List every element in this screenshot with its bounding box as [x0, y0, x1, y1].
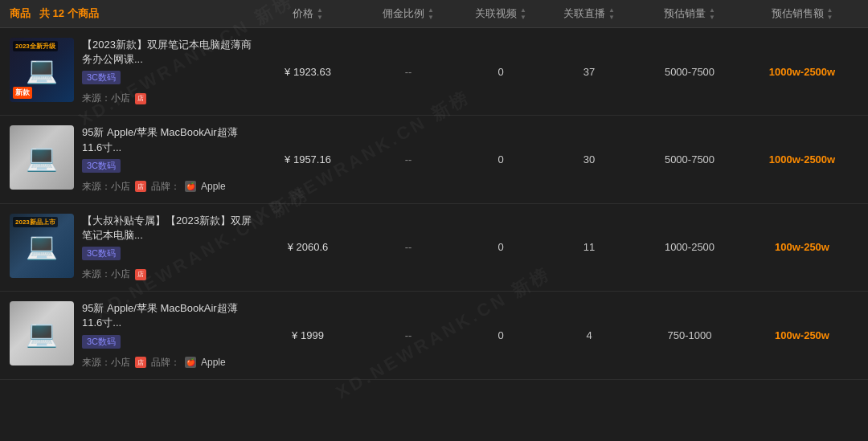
product-label: 商品 — [10, 7, 31, 19]
product-count-prefix: 共 — [39, 7, 50, 19]
shop-icon-1: 店 — [135, 93, 146, 104]
video-sort-icon[interactable] — [520, 7, 526, 21]
source-label-3: 来源：小店 — [82, 267, 130, 281]
video-cell-1: 0 — [457, 66, 545, 78]
sales-sort-icon[interactable] — [709, 7, 715, 21]
live-cell-1: 37 — [545, 66, 633, 78]
sales-cell-1: 5000-7500 — [633, 66, 746, 78]
brand-label-4: 品牌： — [151, 356, 180, 370]
sales-cell-4: 750-1000 — [633, 329, 746, 341]
product-details-3: 【大叔补贴专属】【2023新款】双屏笔记本电脑... 3C数码 来源：小店 店 — [82, 214, 256, 281]
video-cell-4: 0 — [457, 329, 545, 341]
category-tag-2[interactable]: 3C数码 — [82, 159, 121, 173]
source-label-1: 来源：小店 — [82, 92, 130, 105]
price-cell-2: ¥ 1957.16 — [256, 153, 360, 165]
commission-cell-3: -- — [360, 241, 457, 253]
product-details-4: 95新 Apple/苹果 MacBookAir超薄11.6寸... 3C数码 来… — [82, 301, 256, 369]
price-cell-3: ¥ 2060.6 — [256, 241, 360, 253]
row-cols-4: ¥ 1999 -- 0 4 750-1000 100w-250w — [256, 329, 858, 341]
product-count-suffix: 个商品 — [68, 7, 99, 19]
live-cell-2: 30 — [545, 153, 633, 165]
commission-cell-1: -- — [360, 66, 457, 78]
revenue-cell-3: 100w-250w — [746, 241, 858, 253]
product-details-1: 【2023新款】双屏笔记本电脑超薄商务办公网课... 3C数码 来源：小店 店 — [82, 38, 256, 105]
product-title-1: 【2023新款】双屏笔记本电脑超薄商务办公网课... — [82, 38, 256, 67]
video-cell-3: 0 — [457, 241, 545, 253]
commission-sort-icon[interactable] — [428, 7, 434, 21]
product-details-2: 95新 Apple/苹果 MacBookAir超薄11.6寸... 3C数码 来… — [82, 125, 256, 193]
revenue-cell-2: 1000w-2500w — [746, 153, 858, 165]
row-cols-1: ¥ 1923.63 -- 0 37 5000-7500 1000w-2500w — [256, 66, 858, 78]
apple-brand-icon-2: 🍎 — [185, 181, 196, 192]
shop-icon-4: 店 — [135, 357, 146, 368]
video-cell-2: 0 — [457, 153, 545, 165]
price-cell-1: ¥ 1923.63 — [256, 66, 360, 78]
revenue-cell-4: 100w-250w — [746, 329, 858, 341]
source-label-4: 来源：小店 — [82, 356, 130, 370]
brand-name-2: Apple — [201, 181, 226, 192]
live-cell-4: 4 — [545, 329, 633, 341]
row-cols-3: ¥ 2060.6 -- 0 11 1000-2500 100w-250w — [256, 241, 858, 253]
source-label-2: 来源：小店 — [82, 180, 130, 194]
product-title-4: 95新 Apple/苹果 MacBookAir超薄11.6寸... — [82, 301, 256, 330]
sales-cell-3: 1000-2500 — [633, 241, 746, 253]
live-col-header[interactable]: 关联直播 — [545, 6, 633, 21]
product-meta-1: 来源：小店 店 — [82, 92, 256, 105]
product-thumb-2: 💻 — [10, 125, 74, 190]
revenue-sort-icon[interactable] — [827, 7, 833, 21]
product-info-2: 💻 95新 Apple/苹果 MacBookAir超薄11.6寸... 3C数码… — [10, 125, 256, 193]
product-meta-3: 来源：小店 店 — [82, 267, 256, 281]
product-title-2: 95新 Apple/苹果 MacBookAir超薄11.6寸... — [82, 125, 256, 154]
sales-cell-2: 5000-7500 — [633, 153, 746, 165]
column-headers: 价格 佣金比例 关联视频 关联直播 预估销量 预估销售额 — [256, 6, 858, 21]
revenue-cell-1: 1000w-2500w — [746, 66, 858, 78]
product-thumb-1: 💻 2023全新升级 新款 — [10, 38, 74, 102]
live-cell-3: 11 — [545, 241, 633, 253]
shop-icon-3: 店 — [135, 269, 146, 280]
commission-cell-2: -- — [360, 153, 457, 165]
table-row: 💻 95新 Apple/苹果 MacBookAir超薄11.6寸... 3C数码… — [0, 116, 868, 203]
product-meta-4: 来源：小店 店 品牌： 🍎 Apple — [82, 356, 256, 370]
video-col-header[interactable]: 关联视频 — [457, 6, 545, 21]
product-info-4: 💻 95新 Apple/苹果 MacBookAir超薄11.6寸... 3C数码… — [10, 301, 256, 369]
product-thumb-3: 💻 2023新品上市 — [10, 214, 74, 278]
product-count: 12 — [52, 7, 63, 19]
table-header: 商品 共 12 个商品 价格 佣金比例 关联视频 关联直播 预估销量 预估销售额 — [0, 0, 868, 28]
category-tag-4[interactable]: 3C数码 — [82, 335, 121, 349]
product-thumb-4: 💻 — [10, 301, 74, 365]
revenue-col-header[interactable]: 预估销售额 — [746, 6, 858, 21]
table-row: 💻 2023全新升级 新款 【2023新款】双屏笔记本电脑超薄商务办公网课...… — [0, 28, 868, 116]
category-tag-1[interactable]: 3C数码 — [82, 71, 121, 84]
apple-brand-icon-4: 🍎 — [185, 357, 196, 368]
price-col-header[interactable]: 价格 — [256, 6, 360, 21]
product-column-header: 商品 共 12 个商品 — [10, 6, 256, 21]
product-title-3: 【大叔补贴专属】【2023新款】双屏笔记本电脑... — [82, 214, 256, 243]
price-sort-icon[interactable] — [317, 7, 323, 21]
live-sort-icon[interactable] — [608, 7, 615, 21]
product-info-3: 💻 2023新品上市 【大叔补贴专属】【2023新款】双屏笔记本电脑... 3C… — [10, 214, 256, 281]
shop-icon-2: 店 — [135, 181, 146, 192]
commission-cell-4: -- — [360, 329, 457, 341]
sales-col-header[interactable]: 预估销量 — [633, 6, 746, 21]
product-info-1: 💻 2023全新升级 新款 【2023新款】双屏笔记本电脑超薄商务办公网课...… — [10, 38, 256, 105]
brand-name-4: Apple — [201, 357, 226, 368]
table-row: 💻 2023新品上市 【大叔补贴专属】【2023新款】双屏笔记本电脑... 3C… — [0, 204, 868, 292]
category-tag-3[interactable]: 3C数码 — [82, 247, 121, 260]
table-row: 💻 95新 Apple/苹果 MacBookAir超薄11.6寸... 3C数码… — [0, 292, 868, 379]
product-meta-2: 来源：小店 店 品牌： 🍎 Apple — [82, 180, 256, 194]
brand-label-2: 品牌： — [151, 180, 180, 194]
commission-col-header[interactable]: 佣金比例 — [360, 6, 457, 21]
row-cols-2: ¥ 1957.16 -- 0 30 5000-7500 1000w-2500w — [256, 153, 858, 165]
price-cell-4: ¥ 1999 — [256, 329, 360, 341]
